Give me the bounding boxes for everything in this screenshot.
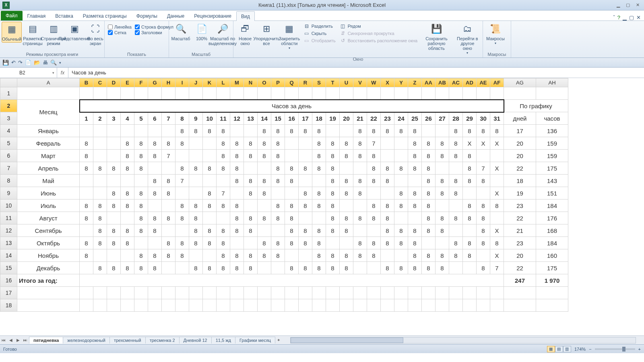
ribbon-tab[interactable]: Главная (23, 11, 51, 21)
row-header[interactable]: 6 (0, 150, 17, 162)
column-header[interactable]: Y (394, 78, 408, 87)
column-header[interactable]: D (107, 78, 121, 87)
sheet-tab[interactable]: железнодорожный (63, 337, 110, 343)
freeze-panes-button[interactable]: ▦Закрепить области▾ (278, 22, 301, 51)
column-header[interactable]: M (230, 78, 244, 87)
name-box[interactable]: B2▾ (17, 68, 57, 78)
unhide-button[interactable]: ▭Отобразить (302, 37, 337, 44)
new-sheet-icon[interactable]: ✦ (275, 338, 282, 342)
save-icon[interactable]: 💾 (2, 60, 9, 66)
column-header[interactable]: Q (285, 78, 299, 87)
column-header[interactable]: Z (408, 78, 422, 87)
worksheet-area[interactable]: ABCDEFGHIJKLMNOPQRSTUVWXYZAAABACADAEAFAG… (0, 78, 644, 335)
column-header[interactable]: AE (477, 78, 490, 87)
column-header[interactable]: N (244, 78, 258, 87)
doc-max-icon[interactable]: ▢ (629, 14, 634, 21)
zoom-in-icon[interactable]: + (638, 347, 641, 352)
column-header[interactable]: J (189, 78, 203, 87)
open-icon[interactable]: 📂 (34, 60, 40, 66)
preview-icon[interactable]: 🔍 (50, 60, 57, 66)
fx-icon[interactable]: fx (57, 68, 68, 78)
row-header[interactable]: 8 (0, 175, 17, 187)
sheet-tab[interactable]: пятидневка (29, 337, 63, 343)
split-button[interactable]: ⊟Разделить (302, 23, 337, 30)
row-header[interactable]: 3 (0, 112, 17, 125)
tab-nav-prev-icon[interactable]: ◀ (7, 338, 14, 342)
view-normal-button[interactable]: ▦Обычный (2, 22, 22, 43)
sheet-tab[interactable]: трехсменный (109, 337, 146, 343)
view-normal-icon[interactable]: ▦ (547, 346, 555, 352)
column-header[interactable]: I (175, 78, 189, 87)
arrange-all-button[interactable]: ⊞Упорядочить все (256, 22, 277, 47)
row-header[interactable]: 5 (0, 137, 17, 150)
minimize-icon[interactable]: ▁ (614, 2, 622, 8)
hide-button[interactable]: ▭Скрыть (302, 30, 337, 37)
row-header[interactable]: 13 (0, 237, 17, 249)
column-header[interactable]: K (203, 78, 217, 87)
doc-close-icon[interactable]: ✕ (636, 14, 641, 21)
view-pagebreak-button[interactable]: ▥Страничный режим (43, 22, 64, 47)
column-header[interactable]: C (93, 78, 107, 87)
macros-button[interactable]: 📜Макросы▾ (485, 22, 506, 46)
row-header[interactable]: 16 (0, 274, 17, 287)
gridlines-checkbox[interactable]: Сетка (106, 30, 133, 35)
help-icon[interactable]: ? (617, 14, 620, 21)
close-icon[interactable]: ✕ (634, 2, 642, 8)
view-fullscreen-button[interactable]: ⛶Во весь экран (85, 22, 105, 47)
column-header[interactable]: AH (536, 78, 568, 87)
column-header[interactable]: AG (504, 78, 536, 87)
save-workspace-button[interactable]: 💾Сохранить рабочую область (420, 22, 453, 51)
ribbon-tab[interactable]: Вид (236, 11, 255, 21)
column-header[interactable]: G (148, 78, 162, 87)
new-icon[interactable]: 📄 (25, 60, 31, 66)
column-header[interactable]: R (299, 78, 312, 87)
switch-windows-button[interactable]: 🗂Перейти в другое окно▾ (454, 22, 481, 56)
sheet-tab[interactable]: Дневной 12 (179, 337, 212, 343)
undo-icon[interactable]: ↶ (11, 60, 16, 66)
zoom-slider[interactable] (595, 348, 635, 350)
ribbon-tab[interactable]: Вставка (50, 11, 78, 21)
ribbon-tab[interactable]: Рецензирование (189, 11, 236, 21)
row-header[interactable]: 10 (0, 200, 17, 212)
column-header[interactable]: B (80, 78, 93, 87)
row-header[interactable]: 12 (0, 224, 17, 237)
ribbon-tab[interactable]: Разметка страницы (78, 11, 132, 21)
ruler-checkbox[interactable]: Линейка (106, 24, 133, 30)
spreadsheet-grid[interactable]: ABCDEFGHIJKLMNOPQRSTUVWXYZAAABACADAEAFAG… (0, 78, 568, 312)
new-window-button[interactable]: 🗗Новое окно (235, 22, 255, 47)
view-custom-button[interactable]: ▣Представления (64, 22, 85, 42)
column-header[interactable]: AF (490, 78, 504, 87)
column-header[interactable]: A (17, 78, 80, 87)
row-header[interactable]: 14 (0, 249, 17, 262)
tab-nav-first-icon[interactable]: ⏮ (0, 338, 7, 342)
column-header[interactable]: V (353, 78, 367, 87)
sync-scroll-button[interactable]: ⇵Синхронная прокрутка (338, 30, 419, 37)
redo-icon[interactable]: ↷ (18, 60, 23, 66)
file-tab[interactable]: Файл (1, 11, 23, 21)
view-break-icon[interactable]: ▥ (563, 346, 571, 352)
ribbon-minimize-icon[interactable]: ˇ (613, 14, 615, 21)
row-header[interactable]: 4 (0, 125, 17, 137)
zoom-button[interactable]: 🔍Масштаб (171, 22, 191, 42)
ribbon-tab[interactable]: Данные (162, 11, 189, 21)
tab-nav-last-icon[interactable]: ⏭ (22, 338, 29, 342)
tab-nav-next-icon[interactable]: ▶ (14, 338, 22, 342)
column-header[interactable]: X (381, 78, 394, 87)
column-header[interactable]: O (258, 78, 271, 87)
sheet-tab[interactable]: тресменка 2 (145, 337, 180, 343)
doc-min-icon[interactable]: ▁ (623, 14, 627, 21)
zoom-label[interactable]: 174% (574, 347, 586, 352)
column-header[interactable]: U (340, 78, 353, 87)
sheet-tab[interactable]: 11,5 жд (211, 337, 235, 343)
formula-input[interactable]: Часов за день (68, 68, 644, 78)
column-header[interactable]: AB (436, 78, 449, 87)
maximize-icon[interactable]: ▢ (624, 2, 632, 8)
sidebyside-button[interactable]: ◫Рядом (338, 23, 419, 30)
sheet-tab[interactable]: Графики месяц (235, 337, 275, 343)
reset-pos-button[interactable]: ↺Восстановить расположение окна (338, 37, 419, 44)
column-header[interactable]: H (162, 78, 175, 87)
view-pagelayout-button[interactable]: ▤Разметка страницы (23, 22, 43, 47)
quickprint-icon[interactable]: 🖶 (43, 60, 48, 66)
row-header[interactable]: 15 (0, 262, 17, 274)
column-header[interactable]: AD (463, 78, 477, 87)
